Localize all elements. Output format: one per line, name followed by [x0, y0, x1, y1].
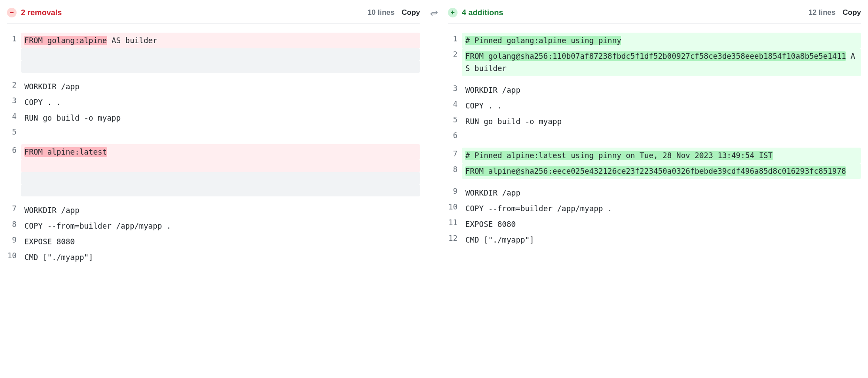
code-content[interactable]: [21, 61, 420, 73]
line-number: 4: [7, 110, 21, 122]
code-row: 10COPY --from=builder /app/myapp .: [448, 201, 861, 216]
code-row: 7# Pinned alpine:latest using pinny on T…: [448, 148, 861, 163]
code-segment: COPY . .: [465, 101, 502, 110]
line-number: 10: [7, 250, 21, 262]
line-number: 11: [448, 216, 462, 229]
code-content[interactable]: EXPOSE 8080: [462, 216, 861, 232]
code-row: 9WORKDIR /app: [448, 185, 861, 201]
line-number: 2: [448, 48, 462, 61]
line-number: 6: [7, 144, 21, 156]
code-segment: WORKDIR /app: [24, 82, 79, 91]
header-left: − 2 removals: [7, 8, 62, 17]
code-content[interactable]: COPY . .: [21, 94, 420, 110]
code-content[interactable]: CMD ["./myapp"]: [21, 250, 420, 265]
code-segment: COPY --from=builder /app/myapp .: [465, 204, 612, 213]
code-row: 3COPY . .: [7, 94, 420, 110]
code-content[interactable]: [462, 129, 861, 142]
line-number: 5: [7, 126, 21, 138]
pane-header-right: + 4 additions 12 lines Copy: [448, 4, 861, 24]
code-segment: CMD ["./myapp"]: [465, 236, 534, 244]
pane-header-left: − 2 removals 10 lines Copy: [7, 4, 420, 24]
line-number: 6: [448, 129, 462, 142]
code-row: 4RUN go build -o myapp: [7, 110, 420, 126]
code-row: 3WORKDIR /app: [448, 82, 861, 98]
code-segment: COPY . .: [24, 98, 61, 107]
code-body-right: 1# Pinned golang:alpine using pinny2FROM…: [448, 33, 861, 248]
line-number: 8: [7, 218, 21, 230]
code-row: [7, 172, 420, 184]
diff-container: − 2 removals 10 lines Copy 1FROM golang:…: [0, 0, 868, 270]
line-number: 7: [448, 148, 462, 160]
code-content[interactable]: RUN go build -o myapp: [462, 114, 861, 129]
header-right: 10 lines Copy: [367, 8, 420, 17]
highlighted-segment: FROM golang:alpine: [24, 36, 107, 45]
row-gap: [7, 196, 420, 202]
code-segment: EXPOSE 8080: [24, 237, 75, 246]
code-row: 4COPY . .: [448, 98, 861, 114]
code-row: 6FROM alpine:latest: [7, 144, 420, 160]
code-row: 1# Pinned golang:alpine using pinny: [448, 33, 861, 48]
swap-icon: [430, 10, 438, 18]
code-content[interactable]: EXPOSE 8080: [21, 234, 420, 250]
code-content[interactable]: RUN go build -o myapp: [21, 110, 420, 126]
code-segment: AS builder: [107, 36, 158, 45]
code-content[interactable]: [21, 184, 420, 196]
row-gap: [7, 73, 420, 79]
code-content[interactable]: FROM alpine:latest: [21, 144, 420, 160]
code-row: 11EXPOSE 8080: [448, 216, 861, 232]
diff-pane-right: + 4 additions 12 lines Copy 1# Pinned go…: [448, 4, 861, 265]
code-content[interactable]: # Pinned golang:alpine using pinny: [462, 33, 861, 48]
addition-count: 4 additions: [462, 8, 503, 17]
code-row: [7, 160, 420, 172]
diff-pane-left: − 2 removals 10 lines Copy 1FROM golang:…: [7, 4, 420, 265]
code-content[interactable]: WORKDIR /app: [462, 185, 861, 201]
line-number: 1: [7, 33, 21, 45]
highlighted-segment: # Pinned alpine:latest using pinny on Tu…: [465, 151, 773, 160]
code-content[interactable]: CMD ["./myapp"]: [462, 232, 861, 248]
line-number: 4: [448, 98, 462, 110]
code-content[interactable]: FROM golang:alpine AS builder: [21, 33, 420, 48]
code-segment: RUN go build -o myapp: [465, 117, 562, 126]
code-row: 2FROM golang@sha256:110b07af87238fbdc5f1…: [448, 48, 861, 76]
code-content[interactable]: COPY --from=builder /app/myapp .: [21, 218, 420, 234]
minus-icon: −: [7, 8, 17, 17]
code-row: [7, 184, 420, 196]
code-segment: RUN go build -o myapp: [24, 114, 121, 122]
code-segment: WORKDIR /app: [465, 189, 520, 197]
code-row: 8COPY --from=builder /app/myapp .: [7, 218, 420, 234]
code-content[interactable]: # Pinned alpine:latest using pinny on Tu…: [462, 148, 861, 163]
code-row: 7WORKDIR /app: [7, 202, 420, 218]
line-number: 3: [448, 82, 462, 94]
code-content[interactable]: [21, 48, 420, 61]
line-number: 9: [7, 234, 21, 246]
highlighted-segment: FROM golang@sha256:110b07af87238fbdc5f1d…: [465, 51, 846, 61]
code-row: 2WORKDIR /app: [7, 79, 420, 94]
line-number: 9: [448, 185, 462, 197]
code-content[interactable]: COPY --from=builder /app/myapp .: [462, 201, 861, 216]
code-row: 5RUN go build -o myapp: [448, 114, 861, 129]
code-content[interactable]: WORKDIR /app: [21, 202, 420, 218]
code-segment: COPY --from=builder /app/myapp .: [24, 222, 171, 230]
row-gap: [448, 76, 861, 82]
code-row: 10CMD ["./myapp"]: [7, 250, 420, 265]
code-content[interactable]: COPY . .: [462, 98, 861, 114]
code-content[interactable]: [21, 160, 420, 172]
code-row: 9EXPOSE 8080: [7, 234, 420, 250]
code-row: 5: [7, 126, 420, 138]
code-content[interactable]: [21, 172, 420, 184]
line-number: 7: [7, 202, 21, 215]
line-number: 2: [7, 79, 21, 91]
code-body-left: 1FROM golang:alpine AS builder2WORKDIR /…: [7, 33, 420, 265]
copy-button-left[interactable]: Copy: [402, 8, 421, 17]
code-content[interactable]: WORKDIR /app: [462, 82, 861, 98]
row-gap: [7, 138, 420, 144]
swap-button[interactable]: [429, 9, 439, 20]
code-content[interactable]: WORKDIR /app: [21, 79, 420, 94]
code-content[interactable]: FROM alpine@sha256:eece025e432126ce23f22…: [462, 163, 861, 179]
removal-count: 2 removals: [21, 8, 62, 17]
copy-button-right[interactable]: Copy: [843, 8, 861, 17]
code-content[interactable]: FROM golang@sha256:110b07af87238fbdc5f1d…: [462, 48, 861, 76]
line-number: 1: [448, 33, 462, 45]
code-content[interactable]: [21, 126, 420, 138]
plus-icon: +: [448, 8, 458, 17]
